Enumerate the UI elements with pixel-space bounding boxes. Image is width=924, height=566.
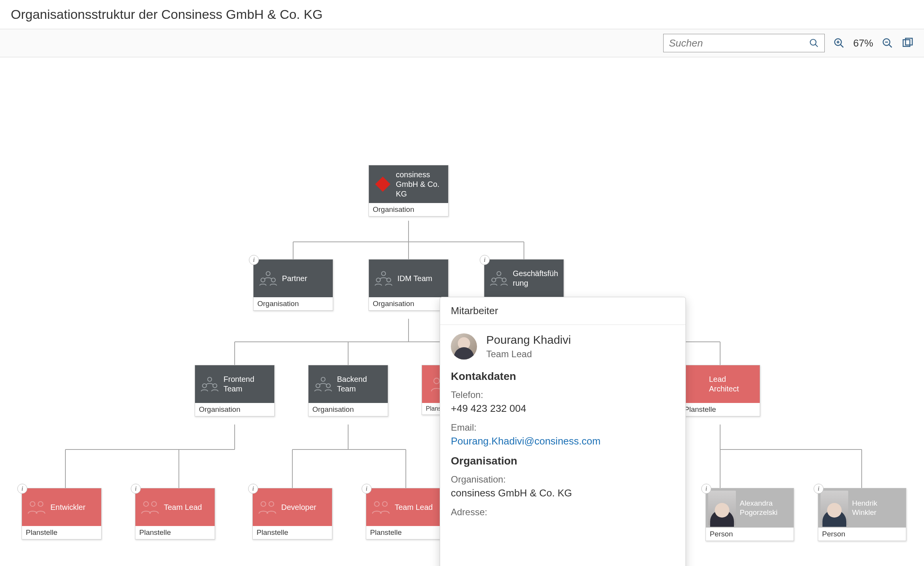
svg-point-0 xyxy=(810,39,816,45)
toolbar: 67% xyxy=(0,29,924,57)
node-teamlead-1[interactable]: i Team Lead Planstelle xyxy=(135,488,215,539)
svg-point-44 xyxy=(202,384,206,388)
search-input[interactable] xyxy=(669,37,809,49)
search-box[interactable] xyxy=(663,34,825,52)
node-type: Organisation xyxy=(369,203,448,216)
node-entwickler[interactable]: i Entwickler Planstelle xyxy=(22,488,102,539)
node-lead-architect[interactable]: Lead Architect Planstelle xyxy=(680,365,760,416)
node-type: Person xyxy=(706,528,794,541)
org-heading: Organisation xyxy=(451,455,675,467)
svg-point-56 xyxy=(374,501,379,506)
popup-name: Pourang Khadivi xyxy=(486,333,571,346)
svg-point-50 xyxy=(30,501,35,506)
org-icon xyxy=(374,270,394,287)
fit-icon[interactable] xyxy=(902,37,913,49)
org-label: Organisation: xyxy=(451,474,675,485)
avatar xyxy=(708,491,736,525)
info-icon[interactable]: i xyxy=(131,484,141,494)
svg-point-43 xyxy=(208,377,212,381)
page-header: Organisationsstruktur der Consiness GmbH… xyxy=(0,0,924,29)
node-type: Planstelle xyxy=(366,526,445,539)
people-icon xyxy=(371,499,391,516)
node-title: Backend Team xyxy=(337,375,383,394)
svg-point-39 xyxy=(387,278,390,282)
people-icon xyxy=(257,499,277,516)
svg-point-46 xyxy=(321,377,325,381)
org-icon xyxy=(258,270,278,287)
node-title: Developer xyxy=(281,503,327,512)
avatar xyxy=(821,491,848,525)
node-title: Team Lead xyxy=(164,503,210,512)
org-chart-canvas[interactable]: consiness GmbH & Co. KG Organisation i P… xyxy=(0,57,924,561)
popup-header: Mitarbeiter xyxy=(440,297,685,325)
node-type: Planstelle xyxy=(22,526,101,539)
phone-value: +49 423 232 004 xyxy=(451,403,675,415)
node-type: Organisation xyxy=(369,297,448,310)
info-icon[interactable]: i xyxy=(362,484,372,494)
svg-line-1 xyxy=(815,44,818,47)
phone-label: Telefon: xyxy=(451,390,675,400)
popup-role: Team Lead xyxy=(486,349,571,360)
node-teamlead-2[interactable]: i Team Lead Planstelle xyxy=(366,488,446,539)
search-icon xyxy=(809,38,819,48)
svg-point-49 xyxy=(434,378,440,384)
svg-point-37 xyxy=(382,271,385,275)
node-backend[interactable]: Backend Team Organisation xyxy=(308,365,388,416)
svg-point-34 xyxy=(266,271,270,275)
info-icon[interactable]: i xyxy=(17,484,27,494)
node-type: Planstelle xyxy=(253,526,332,539)
org-value: consiness GmbH & Co. KG xyxy=(451,487,675,499)
node-type: Person xyxy=(818,528,906,541)
node-idm[interactable]: IDM Team Organisation xyxy=(369,259,449,311)
info-icon[interactable]: i xyxy=(249,255,259,265)
svg-point-52 xyxy=(143,501,148,506)
node-frontend[interactable]: Frontend Team Organisation xyxy=(195,365,275,416)
svg-point-51 xyxy=(38,501,43,506)
svg-point-55 xyxy=(269,501,274,506)
node-title: Hendrik Winkler xyxy=(852,499,904,517)
svg-point-42 xyxy=(502,278,506,282)
people-icon xyxy=(140,499,160,516)
svg-point-48 xyxy=(326,384,330,388)
svg-point-45 xyxy=(213,384,217,388)
info-icon[interactable]: i xyxy=(480,255,490,265)
svg-point-53 xyxy=(152,501,156,506)
svg-point-57 xyxy=(382,501,387,506)
node-title: Geschäftsführung xyxy=(513,269,559,288)
node-root[interactable]: consiness GmbH & Co. KG Organisation xyxy=(369,165,449,216)
node-type: Planstelle xyxy=(135,526,215,539)
org-icon xyxy=(313,376,333,393)
node-title: consiness GmbH & Co. KG xyxy=(396,170,444,199)
node-title: Entwickler xyxy=(50,503,97,512)
svg-line-3 xyxy=(841,45,844,48)
employee-popup: Mitarbeiter Pourang Khadivi Team Lead Ko… xyxy=(440,297,686,566)
diamond-icon xyxy=(375,176,390,192)
info-icon[interactable]: i xyxy=(248,484,258,494)
svg-point-54 xyxy=(261,501,265,506)
node-developer[interactable]: i Developer Planstelle xyxy=(252,488,332,539)
node-title: Alexandra Pogorzelski xyxy=(740,499,791,517)
node-title: Frontend Team xyxy=(223,375,270,394)
addr-label: Adresse: xyxy=(451,507,675,518)
email-link[interactable]: Pourang.Khadivi@consiness.com xyxy=(451,435,675,447)
info-icon[interactable]: i xyxy=(814,484,824,494)
contact-heading: Kontakdaten xyxy=(451,370,675,383)
node-type: Organisation xyxy=(254,297,333,310)
people-icon xyxy=(27,499,47,516)
svg-point-35 xyxy=(261,278,265,282)
node-partner[interactable]: i Partner Organisation xyxy=(253,259,333,311)
info-icon[interactable]: i xyxy=(701,484,711,494)
svg-line-7 xyxy=(889,45,892,48)
email-label: Email: xyxy=(451,422,675,433)
zoom-in-icon[interactable] xyxy=(833,37,845,49)
node-type: Planstelle xyxy=(680,403,760,416)
svg-point-40 xyxy=(497,271,501,275)
page-title: Organisationsstruktur der Consiness GmbH… xyxy=(11,7,913,22)
zoom-out-icon[interactable] xyxy=(882,37,893,49)
node-alexandra[interactable]: i Alexandra Pogorzelski Person xyxy=(706,488,794,541)
node-hendrik[interactable]: i Hendrik Winkler Person xyxy=(818,488,906,541)
org-icon xyxy=(489,270,509,287)
org-icon xyxy=(200,376,220,393)
svg-point-36 xyxy=(271,278,275,282)
node-title: Lead Architect xyxy=(709,375,755,394)
